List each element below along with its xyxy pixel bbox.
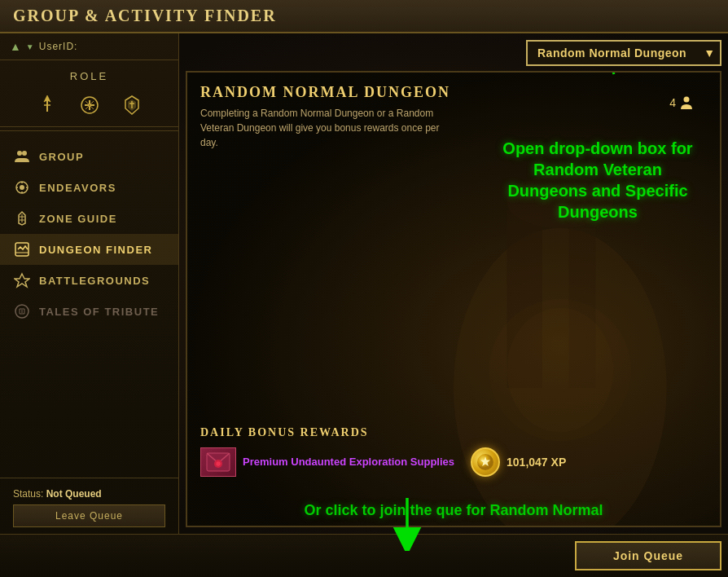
user-bar: ▲ ▼ UserID:: [0, 33, 178, 60]
bottom-bar: Join Queue: [0, 534, 728, 577]
reward-supplies-label: Premium Undaunted Exploration Supplies: [243, 456, 454, 469]
sidebar-item-endeavors-label: ENDEAVORS: [39, 182, 116, 194]
sidebar-item-dungeon-finder-label: DUNGEON FINDER: [39, 244, 152, 256]
sidebar-item-zone-guide[interactable]: ZONE GUIDE: [0, 203, 178, 234]
user-label: UserID:: [39, 41, 78, 52]
zone-guide-icon: [13, 209, 31, 227]
title-bar: GROUP & ACTIVITY FINDER: [0, 0, 728, 33]
svg-point-6: [15, 305, 29, 318]
nav-items: GROUP ENDEAVORS: [0, 134, 178, 478]
dropdown-row: Random Normal Dungeon Random Veteran Dun…: [186, 40, 721, 66]
reward-supplies: Premium Undaunted Exploration Supplies: [200, 447, 454, 477]
dropdown-wrapper: Random Normal Dungeon Random Veteran Dun…: [526, 40, 721, 66]
sidebar-item-battlegrounds[interactable]: BATTLEGROUNDS: [0, 265, 178, 296]
sidebar-item-group[interactable]: GROUP: [0, 141, 178, 172]
daily-bonus-section: DAILY BONUS REWARDS: [200, 426, 707, 477]
sidebar-item-zone-guide-label: ZONE GUIDE: [39, 213, 117, 225]
dungeon-content: RANDOM NORMAL DUNGEON 4 Completing a Ran…: [187, 73, 720, 161]
sidebar: ▲ ▼ UserID: ROLE: [0, 33, 179, 534]
tales-icon: [13, 302, 31, 320]
dropdown-arrow-annotation: [565, 71, 630, 82]
dungeon-description: Completing a Random Normal Dungeon or a …: [200, 106, 445, 150]
endeavors-icon: [13, 178, 31, 196]
envelope-icon: [200, 447, 236, 477]
sidebar-item-dungeon-finder[interactable]: DUNGEON FINDER: [0, 234, 178, 265]
dungeon-panel: RANDOM NORMAL DUNGEON 4 Completing a Ran…: [186, 71, 721, 527]
player-count: 4: [669, 95, 694, 110]
status-section: Status: Not Queued Leave Queue: [0, 478, 178, 534]
leave-queue-button[interactable]: Leave Queue: [13, 504, 165, 527]
status-text: Status: Not Queued: [13, 488, 165, 500]
group-icon: [13, 148, 31, 165]
divider: [0, 130, 178, 131]
reward-xp: 101,047 XP: [471, 447, 566, 477]
bottom-annotation-text: Or click to join the que for Random Norm…: [187, 502, 720, 519]
sidebar-item-tales-label: TALES OF TRIBUTE: [39, 306, 159, 318]
status-value: Not Queued: [46, 488, 102, 500]
daily-bonus-title: DAILY BONUS REWARDS: [200, 426, 707, 439]
svg-point-4: [20, 185, 24, 190]
svg-point-12: [507, 308, 613, 433]
sidebar-item-tales-of-tribute[interactable]: TALES OF TRIBUTE: [0, 296, 178, 327]
battlegrounds-icon: [13, 271, 31, 289]
svg-point-1: [17, 151, 22, 156]
svg-point-2: [22, 151, 27, 156]
role-title: ROLE: [70, 70, 108, 82]
user-icon: ▲: [10, 40, 21, 53]
sidebar-item-endeavors[interactable]: ENDEAVORS: [0, 172, 178, 203]
xp-coin-icon: [471, 447, 500, 477]
sidebar-item-group-label: GROUP: [39, 151, 84, 163]
role-dps-button[interactable]: [33, 90, 62, 120]
player-count-value: 4: [669, 96, 676, 109]
role-tank-button[interactable]: [117, 90, 147, 120]
dungeon-type-select[interactable]: Random Normal Dungeon Random Veteran Dun…: [526, 40, 721, 66]
role-section: ROLE: [0, 60, 178, 127]
rewards-row: Premium Undaunted Exploration Supplies: [200, 447, 707, 477]
content-area: ▲ ▼ UserID: ROLE: [0, 33, 728, 534]
sidebar-item-battlegrounds-label: BATTLEGROUNDS: [39, 275, 150, 287]
page-title: GROUP & ACTIVITY FINDER: [13, 7, 277, 25]
envelope-svg: [206, 452, 230, 472]
join-queue-button[interactable]: Join Queue: [575, 541, 721, 570]
role-healer-button[interactable]: [75, 90, 104, 120]
dungeon-finder-icon: [13, 240, 31, 258]
chevron-icon: ▼: [26, 42, 34, 51]
dungeon-title: RANDOM NORMAL DUNGEON: [200, 84, 707, 101]
player-icon: [679, 95, 694, 110]
svg-point-17: [216, 461, 221, 466]
main-panel: Random Normal Dungeon Random Veteran Dun…: [179, 33, 728, 534]
svg-point-13: [684, 97, 690, 103]
coin-star-svg: [476, 453, 494, 471]
role-icons: [33, 90, 147, 120]
reward-xp-label: 101,047 XP: [507, 456, 566, 469]
